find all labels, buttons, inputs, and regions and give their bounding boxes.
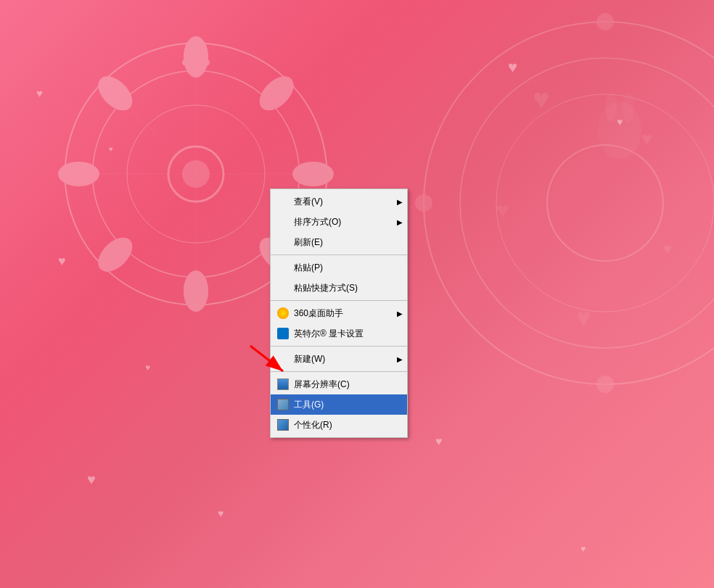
menu-item-personal[interactable]: 个性化(R) [271, 415, 407, 435]
svg-text:♥: ♥ [663, 241, 672, 257]
menu-item-sort[interactable]: 排序方式(O) ▶ [271, 212, 407, 232]
menu-item-refresh[interactable]: 刷新(E) [271, 232, 407, 252]
svg-point-38 [623, 93, 634, 122]
menu-icon-view [276, 195, 290, 208]
menu-icon-new [276, 352, 290, 365]
menu-item-view[interactable]: 查看(V) ▶ [271, 191, 407, 212]
submenu-arrow-360: ▶ [397, 310, 403, 318]
svg-point-23 [424, 22, 714, 384]
svg-point-17 [190, 65, 201, 76]
menu-icon-paste-shortcut [276, 281, 290, 294]
submenu-arrow-view: ▶ [397, 198, 403, 206]
menu-icon-screen-res [276, 378, 290, 391]
svg-point-36 [598, 102, 641, 160]
svg-text:♥: ♥ [641, 128, 652, 149]
svg-point-20 [190, 272, 201, 283]
svg-text:♥: ♥ [576, 303, 591, 331]
svg-point-37 [605, 93, 617, 122]
menu-icon-paste [276, 261, 290, 274]
svg-point-18 [203, 59, 210, 66]
separator-3 [271, 346, 407, 347]
svg-point-22 [294, 168, 305, 179]
doily-decoration-right: ♥ ♥ ♥ ♥ ♥ [387, 0, 714, 435]
svg-text:♥: ♥ [533, 83, 550, 115]
svg-point-33 [596, 376, 614, 393]
menu-icon-personal [276, 418, 290, 431]
separator-2 [271, 300, 407, 301]
menu-item-intel[interactable]: 英特尔® 显卡设置 [271, 323, 407, 344]
menu-item-360[interactable]: 360桌面助手 ▶ [271, 303, 407, 323]
svg-point-32 [596, 13, 614, 30]
svg-point-19 [182, 59, 189, 66]
menu-icon-intel [276, 327, 290, 340]
menu-item-paste[interactable]: 粘贴(P) [271, 257, 407, 278]
context-menu: 查看(V) ▶ 排序方式(O) ▶ 刷新(E) 粘贴(P) 粘贴快捷方式(S) … [270, 189, 408, 438]
menu-item-new[interactable]: 新建(W) ▶ [271, 349, 407, 369]
submenu-arrow-new: ▶ [397, 355, 403, 363]
menu-icon-360 [276, 307, 290, 320]
svg-text:♥: ♥ [496, 198, 509, 222]
submenu-arrow-sort: ▶ [397, 218, 403, 226]
svg-point-21 [87, 168, 98, 179]
separator-4 [271, 371, 407, 372]
menu-icon-sort [276, 215, 290, 228]
menu-icon-refresh [276, 236, 290, 249]
menu-item-paste-shortcut[interactable]: 粘贴快捷方式(S) [271, 278, 407, 298]
menu-item-tools[interactable]: 工具(G) [271, 394, 407, 415]
menu-item-screen-res[interactable]: 屏幕分辨率(C) [271, 374, 407, 394]
separator-1 [271, 254, 407, 255]
svg-point-26 [547, 145, 663, 261]
menu-icon-tools [276, 398, 290, 411]
svg-point-34 [415, 194, 432, 212]
